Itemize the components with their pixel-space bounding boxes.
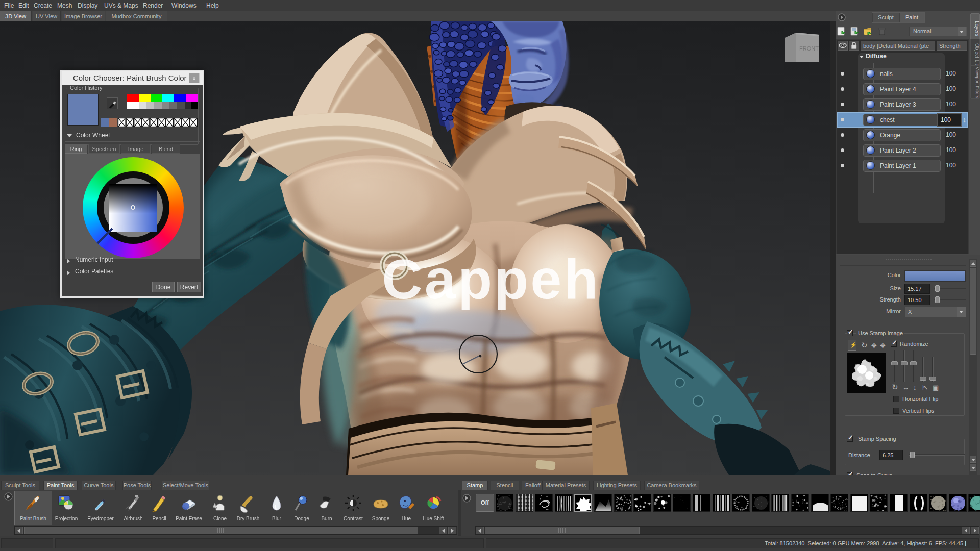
svg-text:FRONT: FRONT [799, 45, 819, 52]
svg-text:Cappeh: Cappeh [382, 247, 600, 310]
